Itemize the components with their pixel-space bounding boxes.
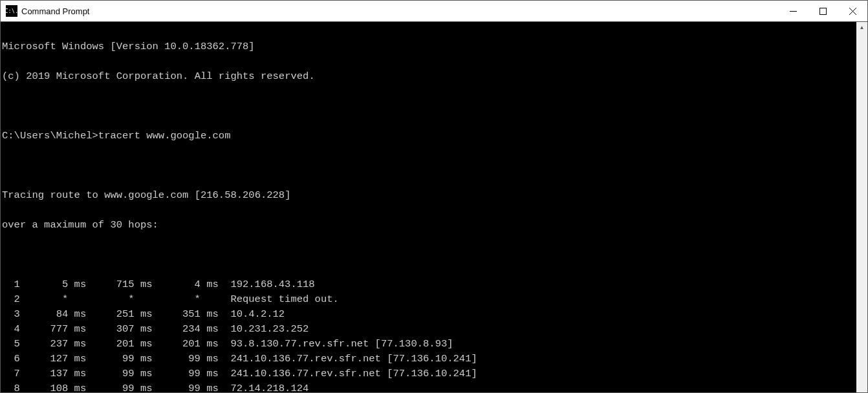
hop-time-1: 137 <box>20 366 68 381</box>
command-prompt-window: C:\. Command Prompt Microsoft Windows [V… <box>0 0 868 393</box>
hop-host: 241.10.136.77.rev.sfr.net [77.136.10.241… <box>219 352 477 366</box>
tracert-hop-row: 8108 ms99 ms99 ms72.14.218.124 <box>2 381 855 393</box>
hop-host: 93.8.130.77.rev.sfr.net [77.130.8.93] <box>219 337 453 352</box>
hop-number: 8 <box>2 381 20 393</box>
hop-unit: ms <box>201 381 219 393</box>
hop-unit: ms <box>201 366 219 381</box>
tracert-hop-row: 5237 ms201 ms201 ms93.8.130.77.rev.sfr.n… <box>2 337 855 352</box>
hop-host: Request timed out. <box>219 292 339 307</box>
hop-time-2: 251 <box>86 307 134 322</box>
hop-unit: ms <box>135 337 153 352</box>
titlebar[interactable]: C:\. Command Prompt <box>1 1 867 22</box>
hop-time-1: 84 <box>20 307 68 322</box>
scroll-up-button[interactable]: ▲ <box>856 22 867 33</box>
hop-unit: ms <box>201 307 219 322</box>
hop-unit: ms <box>68 381 86 393</box>
hop-time-3: 4 <box>152 277 200 292</box>
hop-time-1: 127 <box>20 352 68 366</box>
blank-line <box>2 248 855 262</box>
hop-host: 10.4.2.12 <box>219 307 285 322</box>
hop-time-2: 307 <box>86 322 134 337</box>
hop-time-3: 99 <box>152 381 200 393</box>
hop-time-2: 715 <box>86 277 134 292</box>
hop-unit: ms <box>135 277 153 292</box>
hop-time-1: * <box>20 292 68 307</box>
hop-time-2: 99 <box>86 352 134 366</box>
tracert-table: 15 ms715 ms4 ms192.168.43.1182* * * Requ… <box>2 277 855 393</box>
hop-number: 6 <box>2 352 20 366</box>
hop-unit <box>68 292 86 307</box>
hop-number: 1 <box>2 277 20 292</box>
tracert-hop-row: 15 ms715 ms4 ms192.168.43.118 <box>2 277 855 292</box>
hop-time-2: 201 <box>86 337 134 352</box>
prompt-line: C:\Users\Michel>tracert www.google.com <box>2 129 855 143</box>
client-area: Microsoft Windows [Version 10.0.18362.77… <box>1 22 867 392</box>
maximize-button[interactable] <box>808 1 838 21</box>
hop-unit: ms <box>135 352 153 366</box>
hop-time-3: 99 <box>152 352 200 366</box>
hop-unit: ms <box>201 322 219 337</box>
tracert-hop-row: 7137 ms99 ms99 ms241.10.136.77.rev.sfr.n… <box>2 366 855 381</box>
vertical-scrollbar[interactable]: ▲ <box>856 22 867 392</box>
hop-host: 192.168.43.118 <box>219 277 315 292</box>
tracert-hop-row: 2* * * Request timed out. <box>2 292 855 307</box>
minimize-button[interactable] <box>778 1 808 21</box>
hop-time-1: 777 <box>20 322 68 337</box>
cmd-icon: C:\. <box>6 5 17 17</box>
hop-unit: ms <box>135 322 153 337</box>
hop-unit: ms <box>68 337 86 352</box>
hop-time-3: 351 <box>152 307 200 322</box>
tracert-hop-row: 6127 ms99 ms99 ms241.10.136.77.rev.sfr.n… <box>2 352 855 366</box>
hop-unit: ms <box>201 352 219 366</box>
hop-number: 4 <box>2 322 20 337</box>
hop-host: 10.231.23.252 <box>219 322 309 337</box>
hop-unit: ms <box>201 337 219 352</box>
hop-unit: ms <box>135 366 153 381</box>
hop-time-3: 234 <box>152 322 200 337</box>
hop-unit: ms <box>135 381 153 393</box>
hop-number: 2 <box>2 292 20 307</box>
hop-unit <box>201 292 219 307</box>
hop-time-1: 237 <box>20 337 68 352</box>
hop-time-2: 99 <box>86 381 134 393</box>
hop-number: 3 <box>2 307 20 322</box>
output-line: Microsoft Windows [Version 10.0.18362.77… <box>2 39 855 54</box>
hop-unit: ms <box>68 322 86 337</box>
terminal-output[interactable]: Microsoft Windows [Version 10.0.18362.77… <box>1 22 856 392</box>
hop-unit: ms <box>135 307 153 322</box>
hop-number: 7 <box>2 366 20 381</box>
svg-rect-1 <box>819 8 826 14</box>
blank-line <box>2 158 855 173</box>
hop-time-2: 99 <box>86 366 134 381</box>
tracert-hop-row: 4777 ms307 ms234 ms10.231.23.252 <box>2 322 855 337</box>
output-line: over a maximum of 30 hops: <box>2 218 855 233</box>
hop-time-1: 5 <box>20 277 68 292</box>
hop-host: 72.14.218.124 <box>219 381 309 393</box>
blank-line <box>2 99 855 114</box>
hop-unit <box>135 292 153 307</box>
hop-unit: ms <box>68 307 86 322</box>
hop-number: 5 <box>2 337 20 352</box>
hop-time-3: 201 <box>152 337 200 352</box>
tracert-hop-row: 384 ms251 ms351 ms10.4.2.12 <box>2 307 855 322</box>
output-line: (c) 2019 Microsoft Corporation. All righ… <box>2 69 855 84</box>
hop-unit: ms <box>68 366 86 381</box>
hop-time-1: 108 <box>20 381 68 393</box>
output-line: Tracing route to www.google.com [216.58.… <box>2 188 855 203</box>
hop-unit: ms <box>68 352 86 366</box>
hop-time-3: * <box>152 292 200 307</box>
window-title: Command Prompt <box>21 6 89 16</box>
hop-unit: ms <box>201 277 219 292</box>
hop-host: 241.10.136.77.rev.sfr.net [77.136.10.241… <box>219 366 477 381</box>
hop-time-3: 99 <box>152 366 200 381</box>
hop-unit: ms <box>68 277 86 292</box>
hop-time-2: * <box>86 292 134 307</box>
close-button[interactable] <box>838 1 867 21</box>
